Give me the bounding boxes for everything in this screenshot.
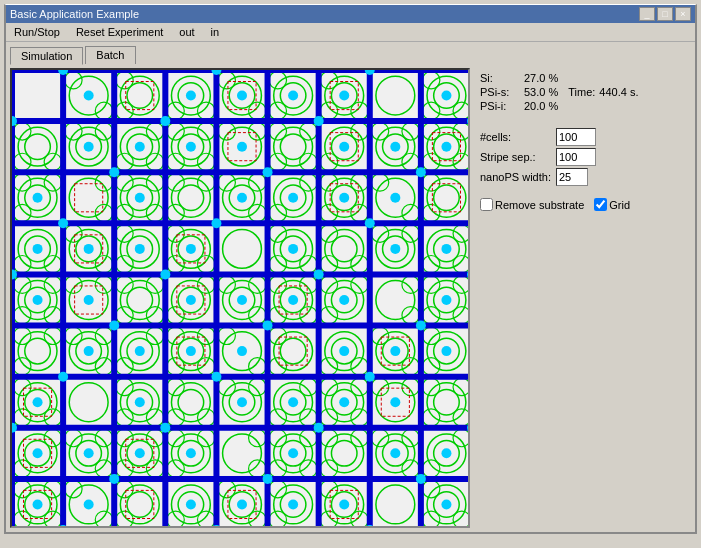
psi-i-label: PSi-i: (480, 100, 520, 112)
grid-label: Grid (609, 199, 630, 211)
maximize-button[interactable]: □ (657, 7, 673, 21)
cells-label: #cells: (480, 131, 552, 143)
psi-s-value: 53.0 % (524, 86, 558, 98)
remove-substrate-group: Remove substrate (480, 198, 584, 211)
cells-row: #cells: (480, 128, 687, 146)
menu-run-stop[interactable]: Run/Stop (10, 25, 64, 39)
time-value: 440.4 s. (599, 86, 638, 98)
menu-reset-experiment[interactable]: Reset Experiment (72, 25, 167, 39)
close-button[interactable]: × (675, 7, 691, 21)
stripe-sep-label: Stripe sep.: (480, 151, 552, 163)
stripe-sep-row: Stripe sep.: (480, 148, 687, 166)
nano-ps-row: nanoPS width: (480, 168, 687, 186)
tab-batch[interactable]: Batch (85, 46, 135, 64)
nano-ps-label: nanoPS width: (480, 171, 552, 183)
window-controls: _ □ × (639, 7, 691, 21)
psi-s-row: PSi-s: 53.0 % Time: 440.4 s. (480, 86, 687, 98)
stripe-sep-input[interactable] (556, 148, 596, 166)
menubar: Run/Stop Reset Experiment out in (6, 23, 695, 42)
window-title: Basic Application Example (10, 8, 139, 20)
remove-substrate-checkbox[interactable] (480, 198, 493, 211)
remove-substrate-label: Remove substrate (495, 199, 584, 211)
grid-group: Grid (594, 198, 630, 211)
minimize-button[interactable]: _ (639, 7, 655, 21)
psi-s-label: PSi-s: (480, 86, 520, 98)
cells-input[interactable] (556, 128, 596, 146)
nano-ps-input[interactable] (556, 168, 588, 186)
tab-simulation[interactable]: Simulation (10, 47, 83, 65)
simulation-canvas (12, 70, 470, 528)
stats-section: Si: 27.0 % PSi-s: 53.0 % Time: 440.4 s. … (480, 72, 687, 112)
menu-in[interactable]: in (207, 25, 224, 39)
psi-i-value: 20.0 % (524, 100, 558, 112)
checkbox-row: Remove substrate Grid (480, 198, 687, 211)
psi-i-row: PSi-i: 20.0 % (480, 100, 687, 112)
menu-out[interactable]: out (175, 25, 198, 39)
side-panel: Si: 27.0 % PSi-s: 53.0 % Time: 440.4 s. … (476, 68, 691, 528)
time-label: Time: (568, 86, 595, 98)
si-row: Si: 27.0 % (480, 72, 687, 84)
main-area: Si: 27.0 % PSi-s: 53.0 % Time: 440.4 s. … (6, 64, 695, 532)
canvas-area (10, 68, 470, 528)
si-label: Si: (480, 72, 520, 84)
title-bar: Basic Application Example _ □ × (6, 5, 695, 23)
si-value: 27.0 % (524, 72, 558, 84)
controls-section: #cells: Stripe sep.: nanoPS width: (480, 126, 687, 186)
grid-checkbox[interactable] (594, 198, 607, 211)
tabs-row: Simulation Batch (6, 42, 695, 64)
